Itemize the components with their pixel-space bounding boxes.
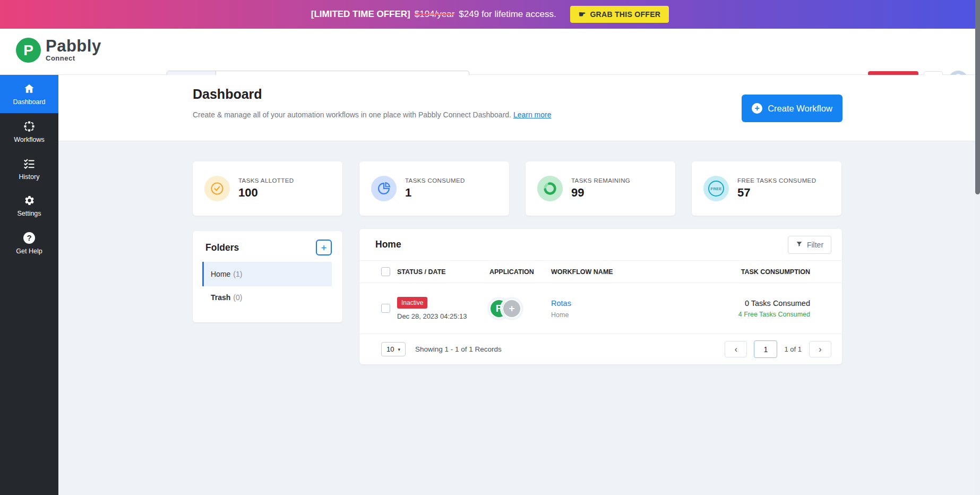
stat-card-tasks-remaining: TASKS REMAINING 99 (526, 161, 675, 216)
promo-text: [LIMITED TIME OFFER] $194/year $249 for … (311, 9, 556, 20)
sidebar-item-label: Workflows (14, 136, 44, 143)
chevron-down-icon: ▾ (398, 347, 400, 352)
sidebar-item-dashboard[interactable]: Dashboard (0, 75, 58, 113)
row-date: Dec 28, 2023 04:25:13 (397, 312, 489, 320)
dashboard-hero: Dashboard Create & manage all of your au… (58, 75, 975, 141)
pie-chart-icon (371, 176, 397, 201)
stat-value: 1 (405, 186, 465, 200)
stat-value: 100 (238, 186, 294, 200)
offer-new-price: $249 for lifetime access. (459, 9, 556, 20)
create-workflow-label: Create Workflow (768, 104, 832, 114)
next-page-button[interactable]: › (809, 341, 831, 357)
home-icon (23, 83, 35, 95)
brand-subname: Connect (46, 54, 101, 62)
workflows-panel-title: Home (375, 239, 401, 250)
grab-offer-button[interactable]: ☛ GRAB THIS OFFER (570, 6, 669, 23)
brand-name: Pabbly (46, 38, 101, 55)
sidebar-item-history[interactable]: History (0, 150, 58, 187)
question-circle-icon: ? (23, 232, 35, 244)
folder-count: (1) (233, 270, 242, 278)
workflow-nodes-icon (23, 121, 35, 132)
gear-icon (24, 195, 35, 206)
sidebar-item-get-help[interactable]: ? Get Help (0, 225, 58, 262)
offer-prefix: [LIMITED TIME OFFER] (311, 9, 410, 20)
row-checkbox[interactable] (381, 304, 390, 313)
scrollbar-thumb[interactable] (975, 0, 980, 194)
column-workflow-name: WORKFLOW NAME (551, 268, 684, 276)
table-header-row: STATUS / DATE APPLICATION WORKFLOW NAME … (359, 260, 842, 283)
tasks-consumed: 0 Tasks Consumed (684, 299, 810, 308)
stat-card-tasks-consumed: TASKS CONSUMED 1 (359, 161, 509, 216)
plus-icon: + (321, 243, 326, 253)
donut-chart-icon (537, 176, 563, 201)
add-folder-button[interactable]: + (316, 240, 332, 255)
filter-button[interactable]: Filter (788, 236, 831, 254)
folder-item-home[interactable]: Home (1) (202, 262, 332, 286)
free-tasks-consumed: 4 Free Tasks Consumed (684, 311, 810, 318)
page-size-select[interactable]: 10 ▾ (381, 342, 406, 356)
sidebar-item-settings[interactable]: Settings (0, 187, 58, 225)
column-application: APPLICATION (489, 268, 551, 276)
offer-old-price: $194/year (415, 9, 455, 20)
sidebar-item-label: Settings (17, 210, 41, 217)
folders-panel: Folders + Home (1) Trash (0) (193, 231, 342, 322)
records-summary: Showing 1 - 1 of 1 Records (415, 345, 502, 353)
stat-label: TASKS CONSUMED (405, 177, 465, 184)
promo-banner: [LIMITED TIME OFFER] $194/year $249 for … (0, 0, 980, 29)
sidebar-nav: Dashboard Workflows His (0, 75, 58, 495)
add-app-icon: + (502, 299, 521, 318)
column-task-consumption: TASK CONSUMPTION (684, 268, 810, 276)
pabbly-logo-icon: P (16, 38, 41, 63)
application-icons: P + (489, 299, 551, 318)
status-badge: Inactive (397, 297, 427, 309)
grab-offer-label: GRAB THIS OFFER (590, 10, 660, 19)
checklist-icon (23, 158, 35, 169)
stat-card-free-tasks-consumed: FREE FREE TASKS CONSUMED 57 (692, 161, 841, 216)
folder-count: (0) (233, 293, 242, 302)
workflows-panel: Home Filter STATUS / DATE APPLICATION WO… (359, 229, 842, 364)
previous-page-button[interactable]: ‹ (725, 341, 747, 357)
page-subtitle: Create & manage all of your automation w… (193, 110, 551, 119)
funnel-icon (796, 241, 803, 249)
sidebar-item-workflows[interactable]: Workflows (0, 113, 58, 150)
free-stamp-icon: FREE (703, 176, 729, 201)
pointing-hand-icon: ☛ (579, 10, 586, 19)
current-page-input[interactable] (754, 340, 777, 358)
workflow-folder: Home (551, 311, 684, 319)
stat-label: TASKS REMAINING (571, 177, 630, 184)
app-header: P Pabbly Connect Workflow ▾ Upgrade (0, 29, 980, 75)
badge-check-icon (204, 176, 230, 201)
stat-value: 57 (737, 186, 816, 200)
sidebar-item-label: History (19, 173, 40, 181)
plus-circle-icon: + (752, 103, 762, 114)
pabbly-logo[interactable]: P Pabbly Connect (16, 38, 101, 63)
sidebar-item-label: Dashboard (13, 98, 45, 106)
create-workflow-button[interactable]: + Create Workflow (742, 95, 843, 122)
workflow-name-link[interactable]: Rotas (551, 299, 571, 308)
pagination-bar: 10 ▾ Showing 1 - 1 of 1 Records ‹ 1 of 1… (359, 334, 842, 364)
page-title: Dashboard (193, 87, 262, 102)
stat-value: 99 (571, 186, 630, 200)
sidebar-item-label: Get Help (16, 248, 42, 255)
table-row: Inactive Dec 28, 2023 04:25:13 P + Rotas… (359, 283, 842, 334)
page-info: 1 of 1 (784, 345, 802, 353)
page-scrollbar[interactable] (975, 0, 980, 495)
folder-item-trash[interactable]: Trash (0) (202, 286, 332, 309)
select-all-checkbox[interactable] (381, 267, 390, 276)
folders-title: Folders (205, 242, 239, 253)
stat-card-tasks-allotted: TASKS ALLOTTED 100 (193, 161, 342, 216)
learn-more-link[interactable]: Learn more (513, 110, 552, 119)
pabbly-connect-dashboard: [LIMITED TIME OFFER] $194/year $249 for … (0, 0, 980, 495)
stat-label: FREE TASKS CONSUMED (737, 177, 816, 184)
stat-label: TASKS ALLOTTED (238, 177, 294, 184)
column-status-date: STATUS / DATE (397, 268, 489, 276)
